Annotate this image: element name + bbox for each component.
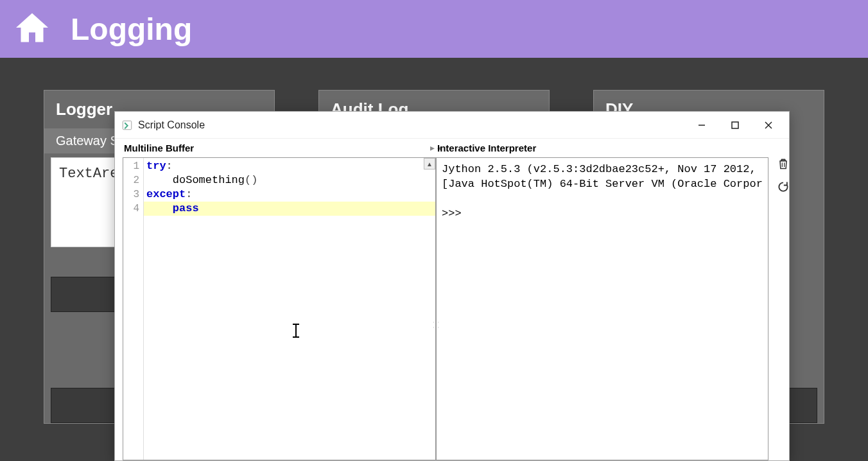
line-number: 4: [123, 202, 143, 216]
code-area[interactable]: try: doSomething()except: pass: [144, 158, 435, 460]
interpreter-pane: Interactive Interpreter Jython 2.5.3 (v2…: [436, 139, 795, 460]
multiline-buffer-label: Multiline Buffer: [123, 139, 436, 157]
multiline-buffer-pane: Multiline Buffer 1234 try: doSomething()…: [115, 139, 436, 460]
code-editor[interactable]: 1234 try: doSomething()except: pass ▲: [123, 157, 436, 460]
text-cursor-icon: [295, 324, 297, 338]
app-header: Logging: [0, 0, 868, 58]
interpreter-output[interactable]: Jython 2.5.3 (v2.5.3:3d2dbae23c52+, Nov …: [436, 157, 768, 460]
line-number: 1: [123, 159, 143, 173]
close-button[interactable]: [752, 114, 785, 137]
script-console-icon: [121, 119, 133, 131]
svg-rect-2: [732, 122, 738, 128]
code-line[interactable]: try:: [144, 159, 435, 173]
window-titlebar[interactable]: Script Console: [115, 112, 789, 139]
refresh-icon[interactable]: [776, 180, 790, 194]
window-title: Script Console: [138, 119, 685, 131]
page-title: Logging: [71, 12, 192, 47]
code-line[interactable]: except:: [144, 187, 435, 202]
script-console-window: Script Console Multiline Buffer 1234 try…: [114, 111, 790, 461]
minimize-button[interactable]: [685, 114, 718, 137]
maximize-button[interactable]: [718, 114, 752, 137]
line-number: 3: [123, 187, 143, 202]
scroll-up-button[interactable]: ▲: [424, 158, 435, 170]
code-line[interactable]: doSomething(): [144, 173, 435, 187]
interpreter-label: Interactive Interpreter: [436, 139, 768, 157]
line-gutter: 1234: [123, 158, 144, 460]
line-number: 2: [123, 173, 143, 187]
collapse-right-icon[interactable]: ▸: [430, 143, 435, 153]
window-controls: [685, 114, 785, 137]
code-line[interactable]: pass: [144, 202, 435, 216]
home-icon[interactable]: [13, 8, 51, 49]
panes-container: Multiline Buffer 1234 try: doSomething()…: [115, 139, 789, 460]
clear-icon[interactable]: [776, 157, 790, 171]
